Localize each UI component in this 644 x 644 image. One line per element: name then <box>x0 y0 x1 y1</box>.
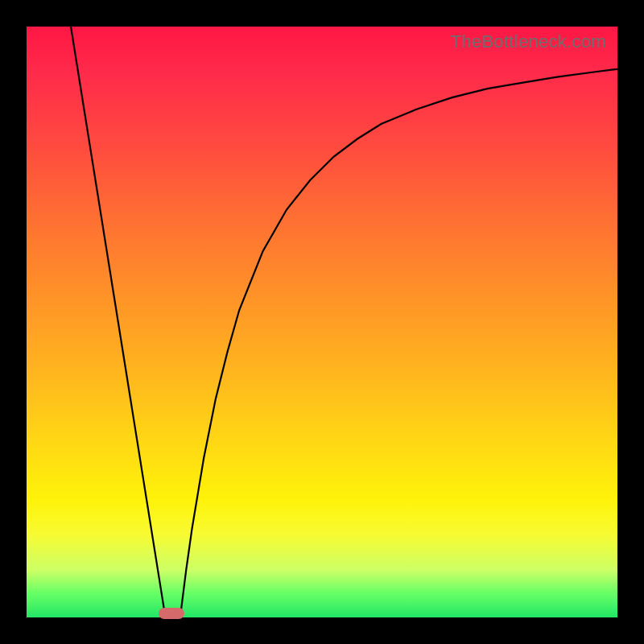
plot-area: TheBottleneck.com <box>27 27 617 617</box>
chart-frame: TheBottleneck.com <box>0 0 644 644</box>
curve-path <box>71 27 617 617</box>
bottleneck-curve <box>27 27 617 617</box>
optimal-marker <box>159 608 184 619</box>
